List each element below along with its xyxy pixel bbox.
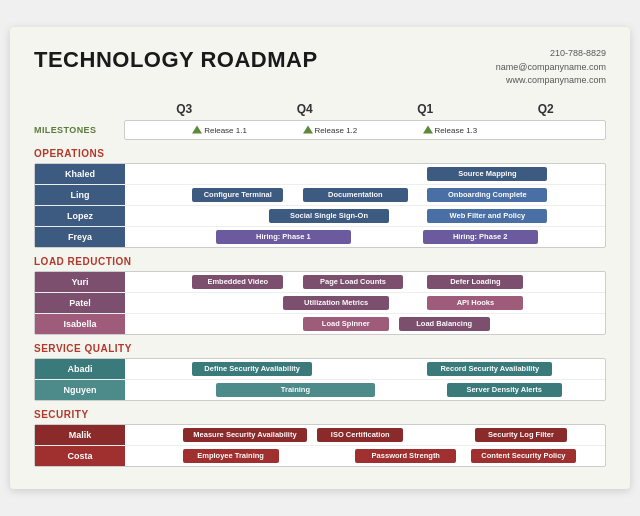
row-track-Freya: Hiring: Phase 1Hiring: Phase 2: [125, 227, 605, 247]
milestone-r12: Release 1.2: [303, 125, 358, 134]
milestone-r13-label: Release 1.3: [435, 125, 478, 134]
row-label-Patel: Patel: [35, 293, 125, 313]
row-label-Nguyen: Nguyen: [35, 380, 125, 400]
milestone-arrow-r13: [423, 126, 433, 134]
page-title: TECHNOLOGY ROADMAP: [34, 47, 318, 73]
task-bar-Yuri-2: Defer Loading: [427, 275, 523, 289]
task-bar-Lopez-0: Social Single Sign-On: [269, 209, 389, 223]
milestone-arrow-r12: [303, 126, 313, 134]
task-bar-Yuri-1: Page Load Counts: [303, 275, 404, 289]
task-bar-Nguyen-0: Training: [216, 383, 374, 397]
milestone-r11-label: Release 1.1: [204, 125, 247, 134]
row-track-Patel: Utilization MetricsAPI Hooks: [125, 293, 605, 313]
email: name@companyname.com: [496, 61, 606, 75]
row-track-Lopez: Social Single Sign-OnWeb Filter and Poli…: [125, 206, 605, 226]
q2-header: Q2: [486, 102, 607, 116]
row-label-Ling: Ling: [35, 185, 125, 205]
section-grid-2: AbadiDefine Security AvailabilityRecord …: [34, 358, 606, 401]
row-track-Nguyen: TrainingServer Density Alerts: [125, 380, 605, 400]
task-bar-Patel-0: Utilization Metrics: [283, 296, 389, 310]
section-grid-0: KhaledSource MappingLingConfigure Termin…: [34, 163, 606, 248]
table-row: CostaEmployee TrainingPassword StrengthC…: [35, 446, 605, 466]
table-row: LingConfigure TerminalDocumentationOnboa…: [35, 185, 605, 206]
row-label-Abadi: Abadi: [35, 359, 125, 379]
task-bar-Costa-0: Employee Training: [183, 449, 279, 463]
task-bar-Patel-1: API Hooks: [427, 296, 523, 310]
section-label-1: LOAD REDUCTION: [34, 256, 606, 267]
q3-header: Q3: [124, 102, 245, 116]
table-row: NguyenTrainingServer Density Alerts: [35, 380, 605, 400]
task-bar-Abadi-0: Define Security Availability: [192, 362, 312, 376]
table-row: LopezSocial Single Sign-OnWeb Filter and…: [35, 206, 605, 227]
table-row: KhaledSource Mapping: [35, 164, 605, 185]
table-row: IsabellaLoad SpinnerLoad Balancing: [35, 314, 605, 334]
q1-header: Q1: [365, 102, 486, 116]
table-row: FreyaHiring: Phase 1Hiring: Phase 2: [35, 227, 605, 247]
website: www.companyname.com: [496, 74, 606, 88]
milestones-row: MILESTONES Release 1.1 Release 1.2 Relea…: [34, 120, 606, 140]
milestone-r13: Release 1.3: [423, 125, 478, 134]
section-label-3: SECURITY: [34, 409, 606, 420]
task-bar-Ling-2: Onboarding Complete: [427, 188, 547, 202]
task-bar-Malik-1: ISO Certification: [317, 428, 403, 442]
row-label-Malik: Malik: [35, 425, 125, 445]
task-bar-Malik-0: Measure Security Availability: [183, 428, 308, 442]
row-label-Isabella: Isabella: [35, 314, 125, 334]
row-track-Ling: Configure TerminalDocumentationOnboardin…: [125, 185, 605, 205]
task-bar-Malik-2: Security Log Filter: [475, 428, 566, 442]
task-bar-Yuri-0: Embedded Video: [192, 275, 283, 289]
milestone-r12-label: Release 1.2: [315, 125, 358, 134]
task-bar-Lopez-1: Web Filter and Policy: [427, 209, 547, 223]
section-label-2: SERVICE QUALITY: [34, 343, 606, 354]
task-bar-Freya-0: Hiring: Phase 1: [216, 230, 350, 244]
section-grid-3: MalikMeasure Security AvailabilityISO Ce…: [34, 424, 606, 467]
task-bar-Khaled-0: Source Mapping: [427, 167, 547, 181]
task-bar-Abadi-1: Record Security Availability: [427, 362, 552, 376]
row-track-Malik: Measure Security AvailabilityISO Certifi…: [125, 425, 605, 445]
table-row: MalikMeasure Security AvailabilityISO Ce…: [35, 425, 605, 446]
header: TECHNOLOGY ROADMAP 210-788-8829 name@com…: [34, 47, 606, 88]
contact-info: 210-788-8829 name@companyname.com www.co…: [496, 47, 606, 88]
row-track-Khaled: Source Mapping: [125, 164, 605, 184]
roadmap-card: TECHNOLOGY ROADMAP 210-788-8829 name@com…: [10, 27, 630, 489]
table-row: PatelUtilization MetricsAPI Hooks: [35, 293, 605, 314]
milestones-label: MILESTONES: [34, 125, 124, 135]
section-grid-1: YuriEmbedded VideoPage Load CountsDefer …: [34, 271, 606, 335]
row-label-Lopez: Lopez: [35, 206, 125, 226]
row-label-Freya: Freya: [35, 227, 125, 247]
q4-header: Q4: [245, 102, 366, 116]
task-bar-Isabella-1: Load Balancing: [399, 317, 490, 331]
task-bar-Ling-1: Documentation: [303, 188, 409, 202]
task-bar-Costa-1: Password Strength: [355, 449, 456, 463]
milestone-r11: Release 1.1: [192, 125, 247, 134]
row-label-Costa: Costa: [35, 446, 125, 466]
task-bar-Freya-1: Hiring: Phase 2: [423, 230, 538, 244]
milestones-track: Release 1.1 Release 1.2 Release 1.3: [124, 120, 606, 140]
phone: 210-788-8829: [496, 47, 606, 61]
row-track-Abadi: Define Security AvailabilityRecord Secur…: [125, 359, 605, 379]
quarter-headers: Q3 Q4 Q1 Q2: [124, 102, 606, 116]
task-bar-Ling-0: Configure Terminal: [192, 188, 283, 202]
task-bar-Costa-2: Content Security Policy: [471, 449, 577, 463]
task-bar-Nguyen-1: Server Density Alerts: [447, 383, 562, 397]
table-row: YuriEmbedded VideoPage Load CountsDefer …: [35, 272, 605, 293]
task-bar-Isabella-0: Load Spinner: [303, 317, 389, 331]
row-track-Isabella: Load SpinnerLoad Balancing: [125, 314, 605, 334]
table-row: AbadiDefine Security AvailabilityRecord …: [35, 359, 605, 380]
row-track-Costa: Employee TrainingPassword StrengthConten…: [125, 446, 605, 466]
row-track-Yuri: Embedded VideoPage Load CountsDefer Load…: [125, 272, 605, 292]
sections-container: OPERATIONSKhaledSource MappingLingConfig…: [34, 148, 606, 467]
row-label-Yuri: Yuri: [35, 272, 125, 292]
row-label-Khaled: Khaled: [35, 164, 125, 184]
milestone-arrow-r11: [192, 126, 202, 134]
section-label-0: OPERATIONS: [34, 148, 606, 159]
